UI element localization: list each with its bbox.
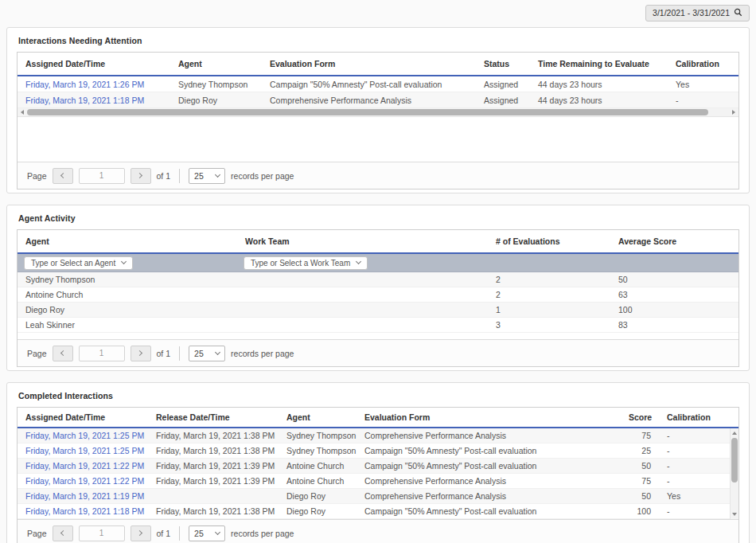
records-per-page-label: records per page bbox=[231, 349, 294, 358]
agent-cell: Leah Skinner bbox=[18, 320, 237, 330]
form-cell: Comprehensive Performance Analysis bbox=[357, 431, 621, 440]
horizontal-scrollbar[interactable] bbox=[18, 108, 738, 117]
vertical-scrollbar-track[interactable] bbox=[731, 438, 738, 510]
page-size-value: 25 bbox=[194, 171, 204, 181]
agent-cell: Antoine Church bbox=[279, 461, 357, 471]
release-date-cell: Friday, March 19, 2021 1:38 PM bbox=[148, 446, 279, 455]
form-cell: Campaign "50% Amnesty" Post-call evaluat… bbox=[357, 506, 621, 516]
scroll-left-arrow[interactable] bbox=[18, 108, 27, 116]
records-per-page-select[interactable]: 25 bbox=[189, 525, 225, 541]
calibration-cell: - bbox=[659, 476, 738, 486]
score-cell: 50 bbox=[621, 491, 659, 501]
release-date-cell: Friday, March 19, 2021 1:39 PM bbox=[148, 461, 279, 471]
records-per-page-label: records per page bbox=[231, 171, 294, 181]
agent-cell: Antoine Church bbox=[279, 476, 357, 486]
work-team-filter-dropdown[interactable]: Type or Select a Work Team bbox=[244, 256, 368, 270]
column-header-release: Release Date/Time bbox=[148, 412, 279, 422]
divider bbox=[179, 169, 180, 183]
assigned-date-link[interactable]: Friday, March 19, 2021 1:22 PM bbox=[25, 476, 144, 486]
horizontal-scrollbar-track[interactable] bbox=[27, 108, 729, 116]
chevron-right-icon bbox=[137, 173, 142, 178]
agent-filter-dropdown[interactable]: Type or Select an Agent bbox=[24, 256, 133, 270]
form-cell: Campaign "50% Amnesty" Post-call evaluat… bbox=[357, 446, 621, 455]
chevron-down-icon bbox=[121, 259, 127, 264]
chevron-left-icon bbox=[60, 173, 66, 178]
column-header-form: Evaluation Form bbox=[357, 412, 621, 422]
search-icon bbox=[734, 8, 742, 18]
scroll-up-arrow[interactable] bbox=[731, 428, 738, 438]
assigned-date-link[interactable]: Friday, March 19, 2021 1:25 PM bbox=[25, 431, 144, 440]
average-score-cell: 63 bbox=[610, 290, 738, 299]
table-row: Friday, March 19, 2021 1:18 PM Friday, M… bbox=[18, 504, 738, 519]
date-range-button[interactable]: 3/1/2021 - 3/31/2021 bbox=[645, 5, 750, 21]
records-per-page-select[interactable]: 25 bbox=[189, 346, 225, 361]
assigned-date-link[interactable]: Friday, March 19, 2021 1:18 PM bbox=[25, 96, 144, 105]
attention-table-header: Assigned Date/Time Agent Evaluation Form… bbox=[18, 53, 738, 76]
calibration-cell: Yes bbox=[668, 80, 738, 89]
page-number-input[interactable] bbox=[79, 168, 125, 184]
next-page-button[interactable] bbox=[131, 168, 151, 184]
form-cell: Comprehensive Performance Analysis bbox=[357, 476, 621, 486]
page-count-label: of 1 bbox=[157, 529, 171, 538]
scroll-down-arrow[interactable] bbox=[731, 510, 738, 519]
column-header-agent: Agent bbox=[279, 412, 357, 422]
assigned-date-link[interactable]: Friday, March 19, 2021 1:26 PM bbox=[25, 80, 144, 89]
table-row: Leah Skinner 3 83 bbox=[18, 318, 738, 333]
calibration-cell: - bbox=[659, 461, 738, 471]
column-header-assigned: Assigned Date/Time bbox=[18, 59, 170, 68]
column-header-evaluations: # of Evaluations bbox=[488, 236, 610, 246]
table-row: Sydney Thompson 2 50 bbox=[18, 272, 738, 287]
form-cell: Comprehensive Performance Analysis bbox=[357, 491, 621, 501]
empty-table-space bbox=[18, 333, 738, 339]
chevron-down-icon bbox=[215, 171, 220, 177]
time-remaining-cell: 44 days 23 hours bbox=[530, 80, 668, 89]
panel-agent-activity: Agent Activity Agent Work Team # of Eval… bbox=[6, 205, 750, 371]
table-row: Friday, March 19, 2021 1:18 PM Diego Roy… bbox=[18, 92, 738, 108]
table-row: Antoine Church 2 63 bbox=[18, 287, 738, 303]
assigned-date-link[interactable]: Friday, March 19, 2021 1:25 PM bbox=[25, 446, 144, 455]
triangle-up-icon bbox=[732, 432, 737, 435]
release-date-cell: Friday, March 19, 2021 1:38 PM bbox=[148, 431, 279, 440]
chevron-right-icon bbox=[137, 350, 142, 356]
page-number-input[interactable] bbox=[79, 525, 125, 541]
column-header-calibration: Calibration bbox=[668, 59, 738, 68]
table-row: Diego Roy 1 100 bbox=[18, 303, 738, 318]
panel-title: Agent Activity bbox=[17, 212, 739, 229]
release-date-cell: Friday, March 19, 2021 1:38 PM bbox=[148, 506, 279, 516]
work-team-filter-placeholder: Type or Select a Work Team bbox=[251, 259, 350, 268]
assigned-date-link[interactable]: Friday, March 19, 2021 1:18 PM bbox=[25, 506, 144, 516]
column-header-calibration: Calibration bbox=[659, 412, 738, 422]
horizontal-scrollbar-thumb[interactable] bbox=[27, 109, 708, 115]
table-row: Friday, March 19, 2021 1:22 PM Friday, M… bbox=[18, 459, 738, 474]
vertical-scrollbar-thumb[interactable] bbox=[731, 438, 738, 482]
column-header-agent: Agent bbox=[18, 236, 237, 246]
agent-cell: Sydney Thompson bbox=[170, 80, 262, 89]
agent-cell: Sydney Thompson bbox=[279, 446, 357, 455]
previous-page-button[interactable] bbox=[53, 168, 73, 184]
column-header-time-remaining: Time Remaining to Evaluate bbox=[530, 59, 668, 68]
page-number-input[interactable] bbox=[79, 346, 125, 361]
previous-page-button[interactable] bbox=[53, 525, 73, 541]
previous-page-button[interactable] bbox=[53, 346, 73, 361]
records-per-page-select[interactable]: 25 bbox=[189, 168, 225, 184]
calibration-cell: Yes bbox=[659, 491, 738, 501]
triangle-right-icon bbox=[732, 110, 735, 115]
assigned-date-link[interactable]: Friday, March 19, 2021 1:19 PM bbox=[25, 491, 144, 501]
next-page-button[interactable] bbox=[131, 346, 151, 361]
next-page-button[interactable] bbox=[131, 525, 151, 541]
calibration-cell: - bbox=[668, 96, 738, 105]
table-row: Friday, March 19, 2021 1:22 PM Friday, M… bbox=[18, 474, 738, 489]
assigned-date-link[interactable]: Friday, March 19, 2021 1:22 PM bbox=[25, 461, 144, 471]
column-header-average-score: Average Score bbox=[610, 236, 738, 246]
triangle-down-icon bbox=[732, 513, 737, 516]
panel-interactions-needing-attention: Interactions Needing Attention Assigned … bbox=[6, 27, 750, 193]
column-header-score: Score bbox=[621, 412, 659, 422]
vertical-scrollbar[interactable] bbox=[730, 428, 738, 519]
evaluations-cell: 3 bbox=[488, 320, 610, 330]
page-label: Page bbox=[27, 529, 47, 538]
agent-filter-placeholder: Type or Select an Agent bbox=[31, 259, 115, 268]
chevron-down-icon bbox=[215, 349, 220, 354]
evaluations-cell: 1 bbox=[488, 305, 610, 314]
column-header-form: Evaluation Form bbox=[262, 59, 476, 68]
scroll-right-arrow[interactable] bbox=[729, 108, 738, 116]
